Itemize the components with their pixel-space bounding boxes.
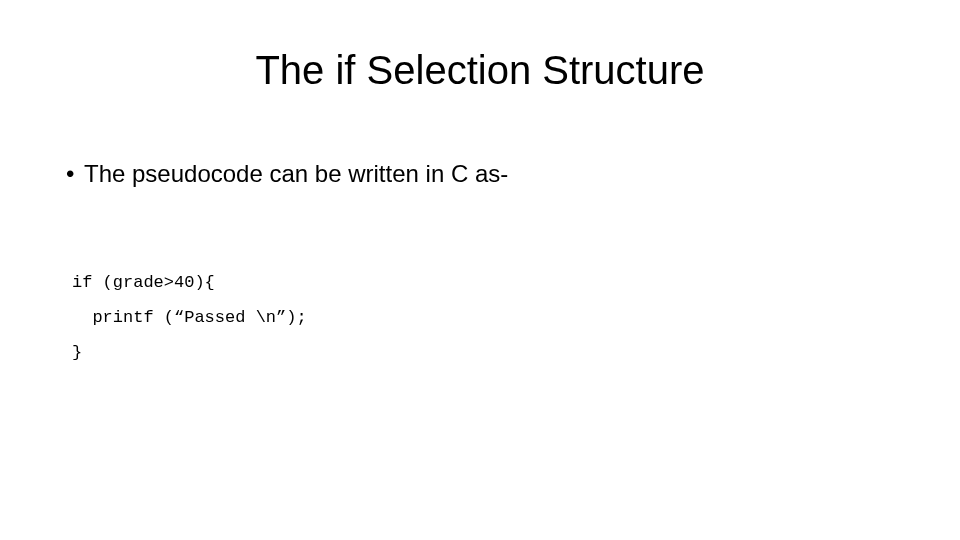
slide-title: The if Selection Structure [0,48,960,93]
code-block: if (grade>40){ printf (“Passed \n”); } [72,231,900,370]
bullet-text: The pseudocode can be written in C as- [84,158,508,189]
code-line: printf (“Passed \n”); [72,308,307,327]
bullet-marker: • [66,158,84,189]
slide-body: • The pseudocode can be written in C as-… [66,158,900,371]
code-line: if (grade>40){ [72,273,215,292]
slide: The if Selection Structure • The pseudoc… [0,0,960,540]
code-line: } [72,343,82,362]
bullet-item: • The pseudocode can be written in C as- [66,158,900,189]
